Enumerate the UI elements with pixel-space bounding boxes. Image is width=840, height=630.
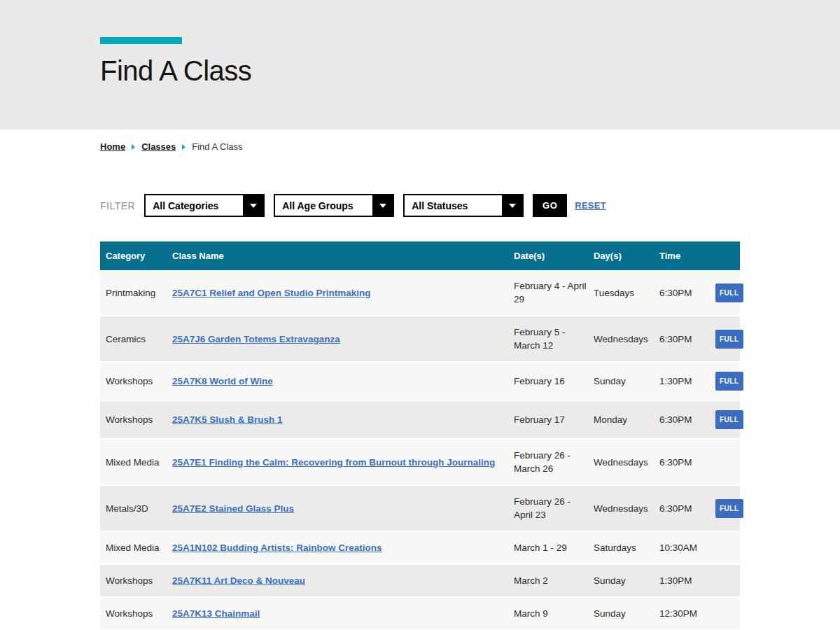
chevron-down-icon xyxy=(509,204,516,208)
class-name-cell: 25A7J6 Garden Totems Extravaganza xyxy=(172,316,514,362)
days-cell: Saturdays xyxy=(594,531,659,564)
category-cell: Printmaking xyxy=(100,270,172,316)
page-header: Find A Class xyxy=(0,0,840,130)
class-name-cell: 25A7K5 Slush & Brush 1 xyxy=(172,400,514,439)
class-name-link[interactable]: 25A7K13 Chainmail xyxy=(172,608,260,619)
class-name-cell: 25A1N102 Budding Artists: Rainbow Creati… xyxy=(172,531,514,564)
dates-cell: February 5 - March 12 xyxy=(514,316,594,362)
age-group-dropdown[interactable]: All Age Groups xyxy=(274,194,394,217)
age-group-dropdown-value: All Age Groups xyxy=(275,200,353,211)
time-cell: 6:30PM xyxy=(659,400,715,439)
time-cell: 6:30PM xyxy=(659,270,715,316)
table-row: Printmaking 25A7C1 Relief and Open Studi… xyxy=(100,270,740,316)
status-cell: FULL xyxy=(715,485,740,531)
days-cell: Wednesdays xyxy=(594,439,659,485)
filter-label: FILTER xyxy=(100,200,135,211)
filter-bar: FILTER All Categories All Age Groups All… xyxy=(100,194,840,217)
class-name-link[interactable]: 25A7K11 Art Deco & Nouveau xyxy=(172,575,305,586)
time-cell: 10:30AM xyxy=(659,531,715,564)
status-cell: FULL xyxy=(715,400,740,439)
category-cell: Metals/3D xyxy=(100,485,172,531)
status-badge: FULL xyxy=(715,499,743,518)
dates-cell: February 4 - April 29 xyxy=(514,270,594,316)
class-name-link[interactable]: 25A7E1 Finding the Calm: Recovering from… xyxy=(172,457,495,468)
column-header-days: Day(s) xyxy=(594,241,659,270)
class-name-cell: 25A7K11 Art Deco & Nouveau xyxy=(172,564,514,597)
column-header-time: Time xyxy=(659,241,715,270)
breadcrumb-classes-link[interactable]: Classes xyxy=(141,141,176,152)
status-cell xyxy=(715,531,740,564)
category-dropdown[interactable]: All Categories xyxy=(144,194,265,217)
status-badge: FULL xyxy=(715,330,743,349)
breadcrumb-current-page: Find A Class xyxy=(192,141,242,152)
dates-cell: February 26 - March 26 xyxy=(514,439,594,485)
class-name-cell: 25A7E1 Finding the Calm: Recovering from… xyxy=(172,439,514,485)
breadcrumb: Home Classes Find A Class xyxy=(100,141,840,152)
breadcrumb-arrow-icon xyxy=(132,144,135,150)
table-row: Workshops 25A7K13 Chainmail March 9 Sund… xyxy=(100,597,740,630)
dates-cell: February 17 xyxy=(514,400,594,439)
status-cell xyxy=(715,597,740,630)
status-cell: FULL xyxy=(715,362,740,400)
days-cell: Tuesdays xyxy=(594,270,659,316)
class-name-cell: 25A7K13 Chainmail xyxy=(172,597,514,630)
status-cell: FULL xyxy=(715,316,740,362)
breadcrumb-arrow-icon xyxy=(182,144,186,150)
class-name-link[interactable]: 25A7C1 Relief and Open Studio Printmakin… xyxy=(172,288,371,298)
status-dropdown[interactable]: All Statuses xyxy=(403,194,524,217)
table-row: Mixed Media 25A7E1 Finding the Calm: Rec… xyxy=(100,439,740,485)
status-cell xyxy=(715,564,740,597)
category-dropdown-value: All Categories xyxy=(146,200,218,211)
time-cell: 1:30PM xyxy=(659,362,715,400)
time-cell: 1:30PM xyxy=(659,564,715,597)
category-cell: Mixed Media xyxy=(100,531,172,564)
category-cell: Workshops xyxy=(100,564,172,597)
time-cell: 6:30PM xyxy=(659,439,715,485)
days-cell: Sunday xyxy=(594,362,659,400)
category-cell: Mixed Media xyxy=(100,439,172,485)
days-cell: Wednesdays xyxy=(594,485,659,531)
class-name-cell: 25A7C1 Relief and Open Studio Printmakin… xyxy=(172,270,514,316)
column-header-class-name: Class Name xyxy=(172,241,514,270)
column-header-dates: Date(s) xyxy=(514,241,594,270)
status-cell: FULL xyxy=(715,270,740,316)
class-name-link[interactable]: 25A7K8 World of Wine xyxy=(172,376,273,386)
class-name-cell: 25A7K8 World of Wine xyxy=(172,362,514,400)
dropdown-arrow-box xyxy=(243,195,263,216)
breadcrumb-home-link[interactable]: Home xyxy=(100,141,125,152)
days-cell: Monday xyxy=(594,400,659,439)
class-table-body: Printmaking 25A7C1 Relief and Open Studi… xyxy=(100,270,740,630)
table-row: Workshops 25A7K8 World of Wine February … xyxy=(100,362,740,400)
status-badge: FULL xyxy=(715,372,743,391)
chevron-down-icon xyxy=(250,204,257,208)
page-title: Find A Class xyxy=(100,55,840,87)
table-row: Ceramics 25A7J6 Garden Totems Extravagan… xyxy=(100,316,740,362)
status-dropdown-value: All Statuses xyxy=(405,200,468,211)
time-cell: 12:30PM xyxy=(659,597,715,630)
reset-link[interactable]: RESET xyxy=(575,200,606,211)
class-name-link[interactable]: 25A7J6 Garden Totems Extravaganza xyxy=(172,334,340,344)
class-name-link[interactable]: 25A7E2 Stained Glass Plus xyxy=(172,503,294,514)
class-table-head: Category Class Name Date(s) Day(s) Time xyxy=(100,241,740,270)
days-cell: Sunday xyxy=(594,597,659,630)
table-header-row: Category Class Name Date(s) Day(s) Time xyxy=(100,241,740,270)
class-name-link[interactable]: 25A7K5 Slush & Brush 1 xyxy=(172,414,283,425)
column-header-status xyxy=(715,241,740,270)
table-row: Metals/3D 25A7E2 Stained Glass Plus Febr… xyxy=(100,485,740,531)
category-cell: Workshops xyxy=(100,362,172,400)
dropdown-arrow-box xyxy=(372,195,393,216)
status-cell xyxy=(715,439,740,485)
dates-cell: February 16 xyxy=(514,362,594,400)
class-name-link[interactable]: 25A1N102 Budding Artists: Rainbow Creati… xyxy=(172,542,382,553)
class-name-cell: 25A7E2 Stained Glass Plus xyxy=(172,485,514,531)
dates-cell: March 2 xyxy=(514,564,594,597)
category-cell: Workshops xyxy=(100,400,172,439)
category-cell: Ceramics xyxy=(100,316,172,362)
go-button[interactable]: GO xyxy=(533,194,567,217)
days-cell: Wednesdays xyxy=(594,316,659,362)
dates-cell: February 26 - April 23 xyxy=(514,485,594,531)
table-row: Workshops 25A7K5 Slush & Brush 1 Februar… xyxy=(100,400,740,439)
table-row: Workshops 25A7K11 Art Deco & Nouveau Mar… xyxy=(100,564,740,597)
column-header-category: Category xyxy=(100,241,172,270)
class-table: Category Class Name Date(s) Day(s) Time … xyxy=(100,241,740,630)
